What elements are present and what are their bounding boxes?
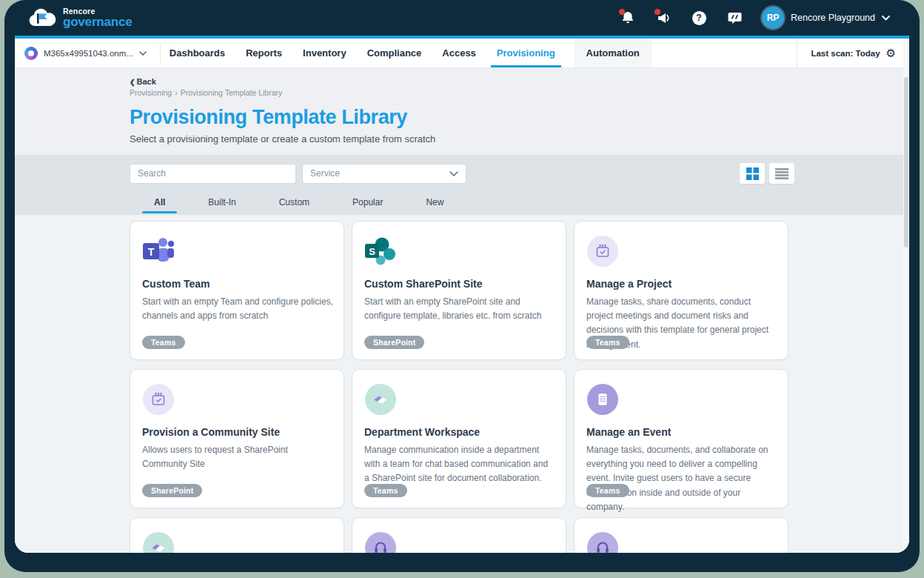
- tab-popular[interactable]: Popular: [341, 194, 395, 213]
- breadcrumb-parent[interactable]: Provisioning: [130, 88, 172, 97]
- grid-view-button[interactable]: [740, 163, 765, 184]
- help-icon[interactable]: ?: [691, 10, 707, 26]
- brand-name-top: Rencore: [63, 7, 132, 16]
- event-list-icon: [586, 383, 619, 416]
- scrollbar[interactable]: [903, 39, 909, 553]
- header-actions: ? RP Rencore Playground: [620, 7, 890, 29]
- search-input[interactable]: [130, 164, 296, 184]
- card-service-badge: Teams: [586, 336, 629, 349]
- card-title: Manage an Event: [586, 426, 776, 438]
- brand-name-bottom: governance: [63, 16, 132, 28]
- main-navbar: M365x49951043.onm... Dashboards Reports …: [15, 39, 909, 68]
- divider: [160, 43, 161, 63]
- card-title: Manage a Project: [586, 278, 776, 290]
- page-title: Provisioning Template Library: [130, 106, 794, 129]
- chevron-down-icon: [882, 16, 890, 21]
- notifications-bell-icon[interactable]: [620, 10, 636, 26]
- category-tabs: All Built-In Custom Popular New: [130, 194, 794, 213]
- nav-item-provisioning[interactable]: Provisioning: [495, 39, 557, 67]
- card-description: Allows users to request a SharePoint Com…: [142, 443, 333, 471]
- card-service-badge: SharePoint: [142, 484, 202, 497]
- template-card-partial[interactable]: [130, 517, 344, 553]
- feedback-chat-icon[interactable]: [726, 10, 743, 26]
- card-title: Provision a Community Site: [142, 426, 332, 438]
- card-description: Manage tasks, documents, and collaborate…: [586, 443, 777, 514]
- nav-items: Dashboards Reports Inventory Compliance …: [168, 39, 652, 67]
- card-service-badge: Teams: [364, 484, 407, 497]
- breadcrumb-separator-icon: ›: [175, 88, 178, 97]
- template-card-provision-a-community-site[interactable]: Provision a Community Site Allows users …: [130, 369, 344, 508]
- template-card-manage-a-project[interactable]: Manage a Project Manage tasks, share doc…: [574, 221, 789, 360]
- chevron-down-icon: [139, 51, 147, 56]
- nav-item-reports[interactable]: Reports: [244, 39, 284, 67]
- brand-logo: Rencore governance: [27, 7, 132, 29]
- last-scan-area: Last scan: Today ⚙: [797, 39, 909, 67]
- tab-custom[interactable]: Custom: [267, 194, 321, 213]
- tenant-selector[interactable]: M365x49951043.onm...: [15, 39, 160, 67]
- teams-logo-icon: T: [142, 235, 175, 268]
- nav-item-dashboards[interactable]: Dashboards: [168, 39, 227, 67]
- notification-dot: [619, 9, 625, 15]
- page-header: ❮Back Provisioning›Provisioning Template…: [15, 68, 909, 155]
- page-subtitle: Select a provisioning template or create…: [130, 133, 794, 155]
- announcement-dot: [654, 9, 660, 15]
- calendar-check-icon: [586, 235, 619, 268]
- template-card-department-workspace[interactable]: Department Workspace Manage communicatio…: [352, 369, 566, 508]
- template-card-grid: T Custom Team Start with an empty Team a…: [15, 215, 909, 553]
- card-service-badge: Teams: [586, 484, 629, 497]
- view-toggles: [740, 163, 794, 184]
- tab-built-in[interactable]: Built-In: [196, 194, 247, 213]
- account-name: Rencore Playground: [791, 13, 875, 23]
- service-select-value: Service: [310, 168, 340, 179]
- handshake-icon: [364, 383, 397, 416]
- tenant-label: M365x49951043.onm...: [44, 49, 133, 58]
- nav-item-access[interactable]: Access: [441, 39, 478, 67]
- card-service-badge: Teams: [142, 336, 185, 349]
- tenant-icon: [24, 47, 38, 60]
- template-card-partial[interactable]: [352, 517, 566, 553]
- handshake-icon: [142, 531, 175, 553]
- nav-item-automation[interactable]: Automation: [575, 39, 652, 67]
- card-service-badge: SharePoint: [364, 336, 424, 349]
- template-card-custom-sharepoint-site[interactable]: S Custom SharePoint Site Start with an e…: [352, 221, 566, 360]
- tab-all[interactable]: All: [142, 194, 177, 213]
- announcements-megaphone-icon[interactable]: [655, 10, 672, 26]
- chevron-down-icon: [449, 171, 458, 176]
- breadcrumb: Provisioning›Provisioning Template Libra…: [130, 88, 794, 97]
- card-title: Custom Team: [142, 278, 332, 290]
- card-description: Manage communication inside a department…: [364, 443, 555, 486]
- cloud-logo-icon: [27, 7, 57, 28]
- headset-icon: [586, 531, 619, 553]
- filter-band: Service: [15, 155, 909, 215]
- card-title: Department Workspace: [364, 426, 554, 438]
- nav-item-compliance[interactable]: Compliance: [366, 39, 424, 67]
- back-link[interactable]: ❮Back: [130, 77, 794, 86]
- back-chevron-icon: ❮: [130, 79, 135, 86]
- breadcrumb-current: Provisioning Template Library: [181, 88, 283, 97]
- account-menu[interactable]: RP Rencore Playground: [762, 7, 890, 29]
- scrollbar-thumb[interactable]: [904, 77, 908, 248]
- svg-text:T: T: [148, 246, 155, 258]
- app-window: Rencore governance ?: [4, 0, 920, 572]
- last-scan-label: Last scan: Today: [811, 49, 880, 58]
- card-description: Start with an empty SharePoint site and …: [364, 295, 555, 323]
- template-card-partial[interactable]: [574, 517, 789, 553]
- top-header-bar: Rencore governance ?: [15, 0, 909, 36]
- card-title: Custom SharePoint Site: [364, 278, 554, 290]
- gear-icon[interactable]: ⚙: [886, 47, 896, 59]
- calendar-check-icon: [142, 383, 175, 416]
- nav-item-inventory[interactable]: Inventory: [301, 39, 348, 67]
- tab-new[interactable]: New: [414, 194, 455, 213]
- service-select[interactable]: Service: [302, 164, 466, 184]
- sharepoint-logo-icon: S: [364, 235, 397, 268]
- app-content: M365x49951043.onm... Dashboards Reports …: [15, 39, 909, 553]
- brand-name: Rencore governance: [63, 7, 132, 29]
- avatar[interactable]: RP: [762, 7, 784, 29]
- list-view-button[interactable]: [769, 163, 794, 184]
- svg-text:S: S: [369, 246, 375, 257]
- template-card-manage-an-event[interactable]: Manage an Event Manage tasks, documents,…: [574, 369, 789, 508]
- card-description: Start with an empty Team and configure p…: [142, 295, 333, 323]
- headset-icon: [364, 531, 397, 553]
- template-card-custom-team[interactable]: T Custom Team Start with an empty Team a…: [130, 221, 344, 360]
